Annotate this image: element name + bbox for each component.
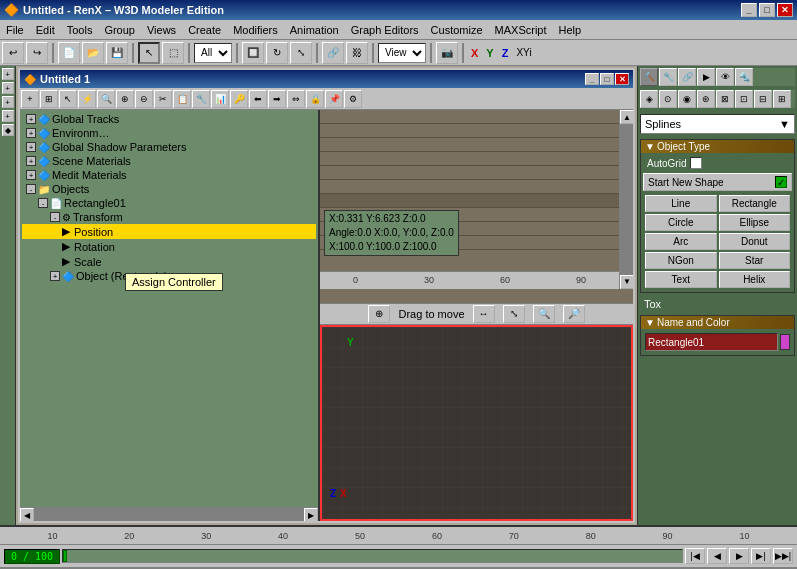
- unlink-button[interactable]: ⛓: [346, 42, 368, 64]
- inner-tb-btn-11[interactable]: 📊: [211, 90, 229, 108]
- tree-item-environment[interactable]: + 🔷 Environm…: [22, 126, 316, 140]
- drag-btn-5[interactable]: 🔎: [563, 305, 585, 323]
- go-start-button[interactable]: |◀: [685, 548, 705, 564]
- left-tb-btn2[interactable]: +: [2, 82, 14, 94]
- line-button[interactable]: Line: [645, 195, 717, 212]
- drag-btn-4[interactable]: 🔍: [533, 305, 555, 323]
- inner-tb-btn-10[interactable]: 🔧: [192, 90, 210, 108]
- tree-item-scale[interactable]: ▶ Scale: [22, 254, 316, 269]
- rotate-button[interactable]: ↻: [266, 42, 288, 64]
- prev-frame-button[interactable]: ◀: [707, 548, 727, 564]
- tree-item-scene-materials[interactable]: + 🔷 Scene Materials: [22, 154, 316, 168]
- tree-item-global-tracks[interactable]: + 🔷 Global Tracks: [22, 112, 316, 126]
- donut-button[interactable]: Donut: [719, 233, 791, 250]
- time-counter[interactable]: 0 / 100: [4, 549, 60, 564]
- tree-scroll-track[interactable]: [34, 508, 304, 521]
- tree-item-medit-materials[interactable]: + 🔷 Medit Materials: [22, 168, 316, 182]
- new-button[interactable]: 📄: [58, 42, 80, 64]
- undo-button[interactable]: ↩: [2, 42, 24, 64]
- inner-tb-btn-14[interactable]: ➡: [268, 90, 286, 108]
- inner-tb-btn-6[interactable]: ⊕: [116, 90, 134, 108]
- rt-btn-e[interactable]: ⊠: [716, 90, 734, 108]
- ngon-button[interactable]: NGon: [645, 252, 717, 269]
- all-select[interactable]: All: [194, 43, 232, 63]
- expand-medit-materials[interactable]: +: [26, 170, 36, 180]
- timeline-thumb[interactable]: [63, 550, 67, 562]
- expand-transform[interactable]: -: [50, 212, 60, 222]
- tree-h-scrollbar[interactable]: ◀ ▶: [20, 507, 318, 521]
- inner-tb-btn-12[interactable]: 🔑: [230, 90, 248, 108]
- track-scroll-track[interactable]: [620, 124, 633, 275]
- rt-motion-btn[interactable]: ▶: [697, 68, 715, 86]
- expand-objects[interactable]: -: [26, 184, 36, 194]
- rt-utilities-btn[interactable]: 🔩: [735, 68, 753, 86]
- menu-tools[interactable]: Tools: [61, 20, 99, 39]
- inner-maximize-button[interactable]: □: [600, 73, 614, 85]
- redo-button[interactable]: ↪: [26, 42, 48, 64]
- menu-file[interactable]: File: [0, 20, 30, 39]
- menu-customize[interactable]: Customize: [425, 20, 489, 39]
- expand-environment[interactable]: +: [26, 128, 36, 138]
- menu-animation[interactable]: Animation: [284, 20, 345, 39]
- menu-graph-editors[interactable]: Graph Editors: [345, 20, 425, 39]
- maximize-button[interactable]: □: [759, 3, 775, 17]
- inner-close-button[interactable]: ✕: [615, 73, 629, 85]
- star-button[interactable]: Star: [719, 252, 791, 269]
- tree-scroll-right[interactable]: ▶: [304, 508, 318, 521]
- expand-global-shadow[interactable]: +: [26, 142, 36, 152]
- scale-button[interactable]: ⤡: [290, 42, 312, 64]
- text-button[interactable]: Text: [645, 271, 717, 288]
- tree-item-rotation[interactable]: ▶ Rotation: [22, 239, 316, 254]
- left-tb-btn5[interactable]: ◆: [2, 124, 14, 136]
- drag-btn-3[interactable]: ⤡: [503, 305, 525, 323]
- arc-button[interactable]: Arc: [645, 233, 717, 250]
- inner-tb-btn-17[interactable]: 📌: [325, 90, 343, 108]
- inner-tb-btn-8[interactable]: ✂: [154, 90, 172, 108]
- tree-item-objects[interactable]: - 📁 Objects: [22, 182, 316, 196]
- next-frame-button[interactable]: ▶|: [751, 548, 771, 564]
- start-new-shape-check[interactable]: ✓: [775, 176, 787, 188]
- autogrid-checkbox[interactable]: [690, 157, 702, 169]
- drag-btn-2[interactable]: ↔: [473, 305, 495, 323]
- select2-button[interactable]: ⬚: [162, 42, 184, 64]
- inner-tb-btn-13[interactable]: ⬅: [249, 90, 267, 108]
- circle-button[interactable]: Circle: [645, 214, 717, 231]
- drag-btn-1[interactable]: ⊕: [368, 305, 390, 323]
- snap-button[interactable]: 🔲: [242, 42, 264, 64]
- menu-maxscript[interactable]: MAXScript: [489, 20, 553, 39]
- tree-item-position[interactable]: ▶ Position: [22, 224, 316, 239]
- tree-view[interactable]: + 🔷 Global Tracks + 🔷 Environm…: [20, 110, 318, 507]
- inner-tb-btn-15[interactable]: ⇔: [287, 90, 305, 108]
- ellipse-button[interactable]: Ellipse: [719, 214, 791, 231]
- close-button[interactable]: ✕: [777, 3, 793, 17]
- menu-group[interactable]: Group: [98, 20, 141, 39]
- expand-rectangle01[interactable]: -: [38, 198, 48, 208]
- rt-display-btn[interactable]: 👁: [716, 68, 734, 86]
- inner-tb-btn-16[interactable]: 🔒: [306, 90, 324, 108]
- menu-edit[interactable]: Edit: [30, 20, 61, 39]
- start-new-shape-button[interactable]: Start New Shape ✓: [643, 173, 792, 191]
- color-swatch[interactable]: [780, 334, 790, 350]
- name-input-field[interactable]: [645, 333, 778, 351]
- tree-item-transform[interactable]: - ⚙ Transform: [22, 210, 316, 224]
- menu-help[interactable]: Help: [553, 20, 588, 39]
- view-select[interactable]: View: [378, 43, 426, 63]
- inner-tb-btn-7[interactable]: ⊖: [135, 90, 153, 108]
- rt-btn-b[interactable]: ⊙: [659, 90, 677, 108]
- expand-scene-materials[interactable]: +: [26, 156, 36, 166]
- save-button[interactable]: 💾: [106, 42, 128, 64]
- select-button[interactable]: ↖: [138, 42, 160, 64]
- expand-global-tracks[interactable]: +: [26, 114, 36, 124]
- rt-hierarchy-btn[interactable]: 🔗: [678, 68, 696, 86]
- inner-tb-btn-2[interactable]: ⊞: [40, 90, 58, 108]
- timeline-slider[interactable]: [62, 549, 683, 563]
- left-tb-btn4[interactable]: +: [2, 110, 14, 122]
- rt-btn-g[interactable]: ⊟: [754, 90, 772, 108]
- inner-tb-btn-5[interactable]: 🔍: [97, 90, 115, 108]
- rt-create-btn[interactable]: 🔨: [640, 68, 658, 86]
- inner-tb-btn-1[interactable]: +: [21, 90, 39, 108]
- rt-modify-btn[interactable]: 🔧: [659, 68, 677, 86]
- camera-button[interactable]: 📷: [436, 42, 458, 64]
- track-v-scrollbar[interactable]: ▲ ▼: [619, 110, 633, 289]
- rectangle-button[interactable]: Rectangle: [719, 195, 791, 212]
